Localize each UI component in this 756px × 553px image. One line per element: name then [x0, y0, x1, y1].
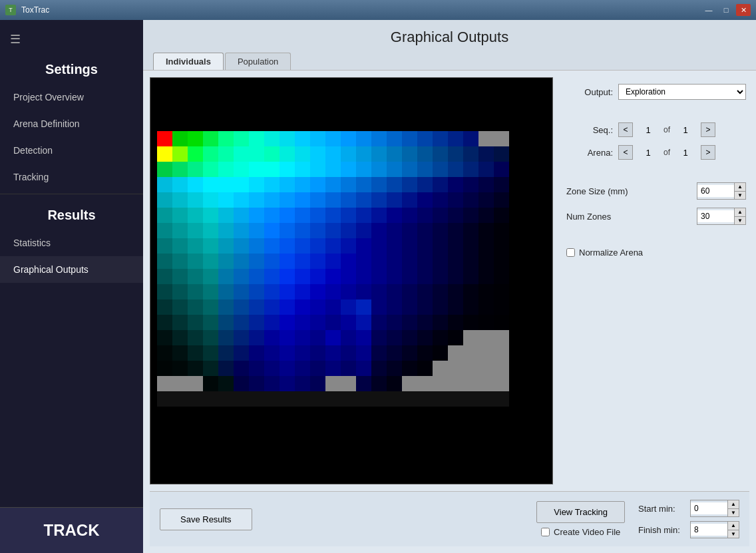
svg-rect-167 — [203, 238, 218, 254]
num-zones-up[interactable]: ▲ — [735, 208, 745, 216]
start-min-input[interactable] — [691, 502, 727, 514]
finish-min-down[interactable]: ▼ — [728, 530, 739, 538]
svg-rect-374 — [203, 376, 218, 391]
svg-rect-203 — [402, 254, 417, 269]
window-controls[interactable]: — □ ✕ — [701, 4, 751, 16]
arena-next-button[interactable]: > — [701, 145, 715, 160]
svg-rect-40 — [371, 146, 387, 162]
num-zones-down[interactable]: ▼ — [735, 216, 745, 224]
svg-rect-285 — [249, 315, 264, 330]
zone-size-down[interactable]: ▼ — [735, 191, 745, 199]
normalize-label[interactable]: Normalize Arena — [579, 248, 643, 258]
svg-rect-34 — [280, 146, 295, 162]
svg-rect-136 — [433, 208, 448, 223]
track-button[interactable]: TRACK — [0, 507, 143, 553]
svg-rect-202 — [387, 254, 402, 269]
svg-rect-177 — [356, 238, 371, 254]
svg-rect-152 — [325, 223, 341, 238]
seq-of: of — [663, 125, 670, 134]
svg-rect-351 — [203, 361, 218, 376]
tab-individuals[interactable]: Individuals — [153, 53, 224, 70]
control-divider-3 — [566, 233, 746, 240]
finish-min-input[interactable] — [691, 524, 727, 536]
seq-next-button[interactable]: > — [701, 122, 715, 137]
svg-rect-73 — [172, 177, 188, 192]
svg-rect-277 — [478, 299, 494, 315]
video-checkbox[interactable] — [541, 528, 550, 536]
svg-rect-128 — [310, 208, 325, 223]
view-tracking-button[interactable]: View Tracking — [536, 501, 625, 523]
zone-size-spinbox[interactable]: ▲ ▼ — [697, 182, 746, 200]
svg-rect-103 — [280, 192, 295, 208]
svg-rect-256 — [157, 299, 172, 315]
start-min-spinbox[interactable]: ▲ ▼ — [690, 500, 739, 517]
finish-min-spinbox[interactable]: ▲ ▼ — [690, 521, 739, 538]
svg-rect-109 — [371, 192, 387, 208]
zone-size-row: Zone Size (mm) ▲ ▼ — [566, 182, 746, 200]
svg-rect-65 — [402, 162, 417, 177]
sidebar-item-detection[interactable]: Detection — [0, 137, 143, 164]
svg-rect-106 — [325, 192, 341, 208]
zone-size-input[interactable] — [697, 185, 734, 197]
svg-rect-301 — [494, 315, 509, 330]
svg-rect-372 — [172, 376, 188, 391]
svg-rect-206 — [448, 254, 463, 269]
svg-rect-278 — [494, 299, 509, 315]
minimize-button[interactable]: — — [701, 4, 716, 16]
svg-rect-341 — [402, 345, 417, 361]
output-dropdown[interactable]: Exploration Distance Speed Time in Zone — [618, 84, 746, 100]
svg-rect-77 — [234, 177, 249, 192]
sidebar-item-arena-definition[interactable]: Arena Definition — [0, 110, 143, 137]
svg-rect-391 — [463, 376, 478, 391]
svg-rect-376 — [234, 376, 249, 391]
svg-rect-229 — [448, 269, 463, 284]
svg-rect-238 — [234, 284, 249, 299]
sidebar-item-statistics[interactable]: Statistics — [0, 230, 143, 256]
svg-rect-137 — [448, 208, 463, 223]
svg-rect-182 — [433, 238, 448, 254]
svg-rect-300 — [478, 315, 494, 330]
close-button[interactable]: ✕ — [736, 4, 751, 16]
sidebar-item-project-overview[interactable]: Project Overview — [0, 84, 143, 110]
start-min-down[interactable]: ▼ — [728, 508, 739, 516]
svg-rect-236 — [203, 284, 218, 299]
svg-rect-2 — [150, 417, 530, 451]
svg-rect-93 — [478, 177, 494, 192]
arena-row: Arena: < 1 of 1 > — [566, 145, 746, 160]
svg-rect-64 — [387, 162, 402, 177]
svg-rect-197 — [310, 254, 325, 269]
svg-rect-96 — [172, 192, 188, 208]
zone-size-up[interactable]: ▲ — [735, 183, 745, 191]
settings-section-title: Settings — [0, 52, 143, 84]
normalize-checkbox[interactable] — [566, 248, 575, 257]
seq-prev-button[interactable]: < — [618, 122, 633, 137]
svg-rect-313 — [325, 330, 341, 345]
video-label[interactable]: Create Video File — [554, 527, 620, 537]
svg-rect-375 — [218, 376, 234, 391]
svg-rect-101 — [249, 192, 264, 208]
save-results-button[interactable]: Save Results — [160, 508, 252, 530]
svg-rect-212 — [188, 269, 203, 284]
svg-rect-42 — [402, 146, 417, 162]
sidebar-item-graphical-outputs[interactable]: Graphical Outputs — [0, 256, 143, 283]
svg-rect-378 — [264, 376, 280, 391]
app-icon: T — [5, 5, 16, 15]
svg-rect-148 — [264, 223, 280, 238]
menu-button[interactable]: ☰ — [0, 27, 143, 52]
tab-population[interactable]: Population — [225, 53, 291, 70]
svg-rect-39 — [356, 146, 371, 162]
svg-rect-353 — [234, 361, 249, 376]
svg-rect-117 — [494, 192, 509, 208]
svg-rect-105 — [310, 192, 325, 208]
num-zones-spinbox[interactable]: ▲ ▼ — [697, 208, 746, 225]
svg-rect-91 — [448, 177, 463, 192]
svg-rect-284 — [234, 315, 249, 330]
sidebar-item-tracking[interactable]: Tracking — [0, 164, 143, 190]
finish-min-up[interactable]: ▲ — [728, 522, 739, 530]
maximize-button[interactable]: □ — [719, 4, 733, 16]
start-min-up[interactable]: ▲ — [728, 500, 739, 508]
num-zones-input[interactable] — [697, 210, 734, 222]
svg-rect-393 — [494, 376, 509, 391]
svg-rect-17 — [371, 131, 387, 146]
arena-prev-button[interactable]: < — [618, 145, 633, 160]
